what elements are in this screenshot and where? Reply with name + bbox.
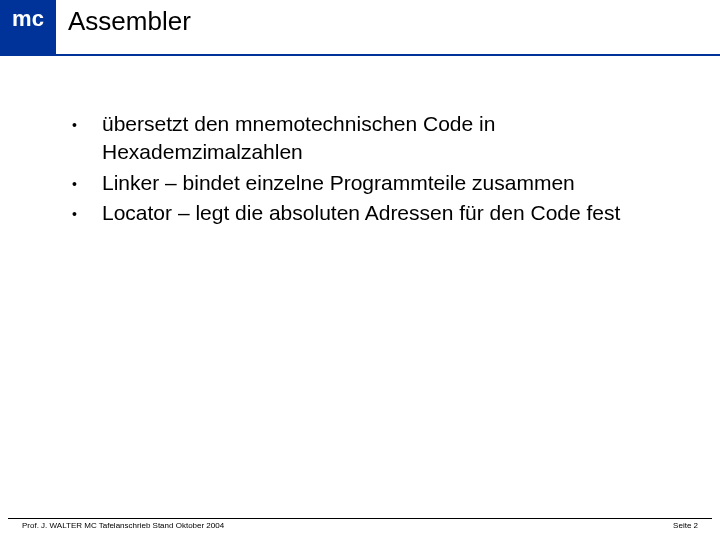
list-item: Locator – legt die absoluten Adressen fü… xyxy=(64,199,694,227)
slide-header: mc Assembler xyxy=(0,0,720,56)
list-item: Linker – bindet einzelne Programmteile z… xyxy=(64,169,694,197)
bullet-list: übersetzt den mnemotechnischen Code in H… xyxy=(64,110,694,227)
slide-footer: Prof. J. WALTER MC Tafelanschrieb Stand … xyxy=(8,518,712,530)
page-number: Seite 2 xyxy=(673,521,698,530)
title-box: Assembler xyxy=(56,0,720,56)
slide-title: Assembler xyxy=(68,6,191,37)
slide-content: übersetzt den mnemotechnischen Code in H… xyxy=(0,56,720,227)
logo-text: mc xyxy=(12,6,44,32)
list-item: übersetzt den mnemotechnischen Code in H… xyxy=(64,110,694,167)
footer-credits: Prof. J. WALTER MC Tafelanschrieb Stand … xyxy=(22,521,224,530)
logo-box: mc xyxy=(0,0,56,56)
